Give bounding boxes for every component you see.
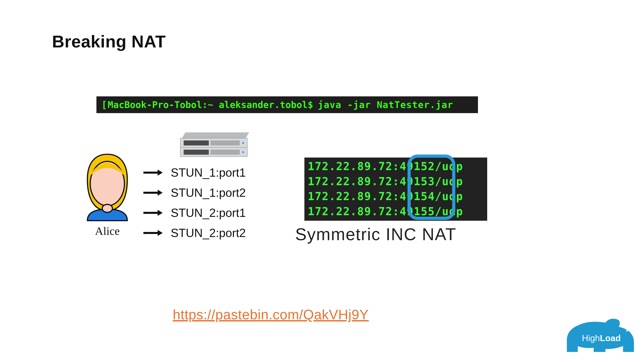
svg-marker-12 [158, 170, 163, 176]
prompt-bracket: [ [102, 99, 107, 110]
stun-label: STUN_2:port2 [171, 226, 246, 240]
prompt-dollar: $ [308, 99, 313, 110]
term-row: 172.22.89.72:49153/udp [308, 174, 484, 189]
svg-rect-6 [184, 150, 209, 155]
term-row: 172.22.89.72:49154/udp [308, 189, 484, 204]
nat-type-caption: Symmetric INC NAT [295, 225, 456, 244]
arrow-right-icon [144, 169, 163, 176]
stun-row: STUN_2:port1 [144, 206, 269, 220]
server-icon [178, 132, 249, 158]
svg-marker-14 [158, 190, 163, 196]
highload-logo: HighLoad ++ [555, 313, 636, 357]
svg-point-10 [242, 151, 244, 153]
stun-list: STUN_1:port1 STUN_1:port2 STUN_2:port1 S… [144, 166, 269, 246]
stun-label: STUN_2:port1 [171, 206, 246, 220]
port-highlight-box [408, 155, 455, 220]
alice-label: Alice [77, 224, 138, 238]
alice-figure: Alice [77, 151, 138, 238]
svg-point-1 [102, 204, 112, 213]
stun-label: STUN_1:port1 [171, 166, 246, 179]
svg-marker-18 [158, 230, 163, 236]
terminal-command-line: [ MacBook-Pro-Tobol:~ aleksander.tobol $… [96, 96, 478, 113]
pastebin-link[interactable]: https://pastebin.com/QakVHj9Y [173, 307, 368, 323]
svg-point-9 [242, 142, 244, 144]
stun-row: STUN_1:port1 [144, 166, 269, 179]
term-row: 172.22.89.72:49152/udp [308, 159, 484, 174]
arrow-right-icon [144, 189, 163, 196]
svg-marker-2 [182, 132, 249, 138]
command-text: java -jar NatTester.jar [318, 99, 453, 110]
stun-row: STUN_2:port2 [144, 226, 269, 240]
svg-text:++: ++ [626, 328, 632, 333]
slide-title: Breaking NAT [52, 32, 166, 51]
alice-avatar-icon [79, 151, 136, 222]
arrow-right-icon [144, 229, 163, 237]
svg-text:HighLoad: HighLoad [582, 333, 621, 343]
svg-point-0 [90, 161, 124, 206]
stun-label: STUN_1:port2 [171, 186, 246, 199]
arrow-right-icon [144, 209, 163, 217]
stun-row: STUN_1:port2 [144, 186, 269, 199]
svg-rect-7 [210, 140, 240, 145]
svg-rect-8 [210, 150, 240, 155]
terminal-output: 172.22.89.72:49152/udp 172.22.89.72:4915… [304, 158, 487, 221]
svg-rect-5 [184, 140, 209, 145]
term-row: 172.22.89.72:49155/udp [308, 204, 484, 219]
svg-marker-16 [158, 210, 163, 216]
prompt-host: MacBook-Pro-Tobol:~ aleksander.tobol [108, 99, 308, 110]
